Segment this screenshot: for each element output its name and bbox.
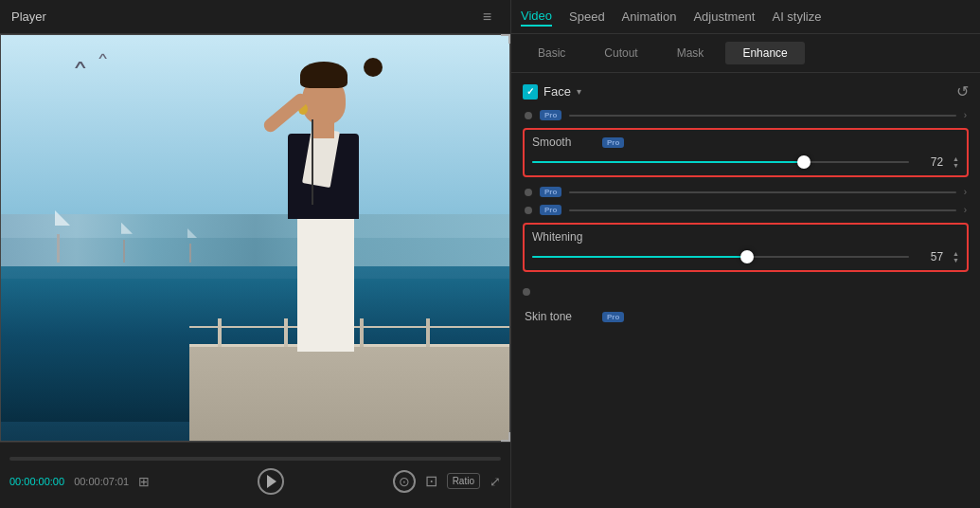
chevron-2: ›: [964, 187, 967, 197]
sailboat-mast-2: [123, 240, 125, 263]
skin-tone-row: Skin tone Pro: [523, 306, 969, 327]
main-tabs: Video Speed Animation Adjustment AI styl…: [511, 0, 980, 33]
crop-icon[interactable]: ⊡: [425, 472, 437, 490]
pro-track-1: [569, 115, 955, 117]
subtab-basic[interactable]: Basic: [521, 42, 582, 64]
player-title-text: Player: [11, 9, 46, 24]
person-hair-bun: [364, 58, 383, 77]
face-checkbox[interactable]: [523, 84, 538, 100]
tab-animation[interactable]: Animation: [622, 8, 677, 26]
fullscreen-icon[interactable]: ⤢: [490, 474, 501, 489]
deck-floor: [189, 347, 510, 442]
skin-tone-pro-badge: Pro: [602, 312, 624, 322]
sub-tabs: Basic Cutout Mask Enhance: [511, 34, 980, 73]
player-panel-header: Player ≡: [0, 0, 511, 33]
person-hair: [300, 62, 347, 88]
pro-badge-1: Pro: [540, 110, 561, 120]
skin-tone-label: Skin tone: [525, 310, 591, 323]
tab-ai-stylize[interactable]: AI stylize: [772, 8, 821, 26]
smooth-value: 72: [917, 155, 943, 169]
face-arrow[interactable]: ▾: [577, 86, 581, 97]
tab-adjustment[interactable]: Adjustment: [693, 8, 755, 26]
whitening-slider-container: Whitening 57 ▲ ▼: [523, 223, 969, 272]
play-icon: [267, 475, 276, 488]
chevron-1: ›: [964, 110, 967, 120]
small-dot-alone: [523, 288, 530, 296]
menu-icon[interactable]: ≡: [483, 9, 491, 26]
tab-video[interactable]: Video: [521, 7, 552, 27]
whitening-up[interactable]: ▲: [953, 250, 959, 257]
whitening-value: 57: [917, 250, 943, 263]
chevron-3: ›: [964, 205, 967, 215]
time-total: 00:00:07:01: [74, 476, 129, 487]
ratio-button[interactable]: Ratio: [447, 473, 480, 489]
play-button[interactable]: [258, 468, 284, 495]
row-dot-1: [525, 112, 532, 119]
face-header: Face ▾ ↺: [523, 82, 969, 100]
top-bar: Player ≡ Video Speed Animation Adjustmen…: [0, 0, 980, 34]
smooth-down[interactable]: ▼: [953, 162, 959, 169]
pro-track-2: [569, 191, 955, 193]
whitening-spinner[interactable]: ▲ ▼: [953, 250, 959, 263]
tab-speed[interactable]: Speed: [569, 8, 605, 26]
smooth-slider-container: Smooth Pro 72 ▲ ▼: [523, 128, 969, 177]
person-figure: [274, 67, 397, 352]
player-controls: 00:00:00:00 00:00:07:01 ⊞ ⊙ ⊡ Ratio ⤢: [0, 442, 510, 508]
binoculars-strap: [312, 119, 313, 205]
video-frame: ∧ ∧: [0, 34, 510, 442]
whitening-fill: [532, 256, 747, 258]
smooth-track: [532, 161, 909, 163]
controls-row: 00:00:00:00 00:00:07:01 ⊞ ⊙ ⊡ Ratio ⤢: [9, 468, 501, 495]
whitening-slider[interactable]: [532, 249, 909, 264]
pro-row-3: Pro ›: [523, 205, 969, 215]
whitening-thumb[interactable]: [740, 250, 754, 263]
pro-track-3: [569, 209, 955, 211]
main-layout: ∧ ∧ 00:00:00:00 00:00:07:01 ⊞: [0, 34, 980, 508]
smooth-spinner[interactable]: ▲ ▼: [953, 155, 959, 169]
person-pants: [297, 209, 354, 352]
smooth-pro-badge: Pro: [602, 137, 624, 148]
row-dot-3: [525, 207, 532, 214]
corner-handle-br: [501, 432, 510, 442]
whitening-label: Whitening: [532, 230, 598, 244]
whitening-track: [532, 256, 909, 258]
player-panel: ∧ ∧ 00:00:00:00 00:00:07:01 ⊞: [0, 34, 511, 508]
whitening-down[interactable]: ▼: [953, 257, 959, 263]
pro-badge-3: Pro: [540, 205, 561, 215]
pro-badge-2: Pro: [540, 187, 561, 197]
subtab-mask[interactable]: Mask: [660, 42, 722, 64]
subtab-enhance[interactable]: Enhance: [725, 42, 804, 64]
subtab-cutout[interactable]: Cutout: [587, 42, 654, 64]
smooth-up[interactable]: ▲: [953, 155, 959, 162]
controls-right: ⊙ ⊡ Ratio ⤢: [393, 470, 501, 493]
corner-handle-tr: [501, 34, 510, 44]
right-panel: Basic Cutout Mask Enhance Face ▾ ↺ Pro ›: [511, 34, 980, 508]
smooth-label: Smooth: [532, 136, 598, 149]
grid-icon: ⊞: [138, 474, 150, 489]
pro-row-1: Pro ›: [523, 110, 969, 120]
face-label: Face: [543, 84, 571, 99]
time-current: 00:00:00:00: [9, 476, 64, 487]
smooth-thumb[interactable]: [797, 155, 811, 169]
pro-row-2: Pro ›: [523, 187, 969, 197]
timeline[interactable]: [9, 457, 501, 461]
right-content: Face ▾ ↺ Pro › Smooth Pro: [511, 73, 980, 508]
small-dot-row: [523, 281, 969, 302]
row-dot-2: [525, 189, 532, 196]
bird-1: ∧: [72, 58, 89, 71]
video-area: ∧ ∧: [0, 34, 510, 442]
smooth-slider[interactable]: [532, 154, 909, 170]
smooth-fill: [532, 161, 804, 163]
reset-button[interactable]: ↺: [956, 82, 969, 100]
bird-2: ∧: [97, 51, 110, 61]
capture-icon[interactable]: ⊙: [393, 470, 416, 493]
sailboat-mast-1: [57, 234, 60, 263]
